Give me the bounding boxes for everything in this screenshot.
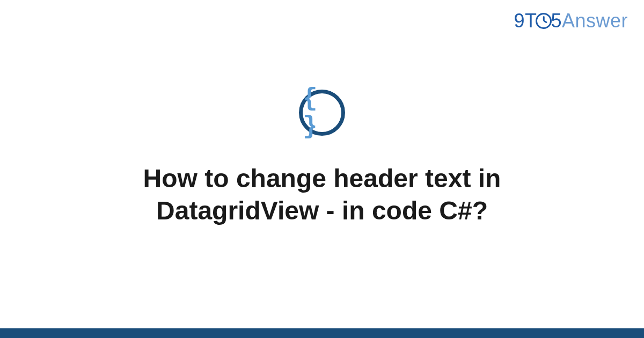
clock-icon	[536, 13, 552, 29]
category-badge: { }	[299, 90, 345, 136]
logo-t: T	[525, 10, 537, 32]
site-header: 9T5Answer	[514, 10, 628, 32]
logo-five: 5	[551, 10, 562, 32]
footer-accent-bar	[0, 328, 644, 338]
question-title: How to change header text in DatagridVie…	[80, 163, 564, 227]
main-content: { } How to change header text in Datagri…	[0, 0, 644, 338]
code-braces-icon: { }	[303, 85, 341, 141]
logo-answer: Answer	[562, 10, 628, 32]
logo-nine: 9	[514, 10, 525, 32]
site-logo[interactable]: 9T5Answer	[514, 10, 628, 32]
